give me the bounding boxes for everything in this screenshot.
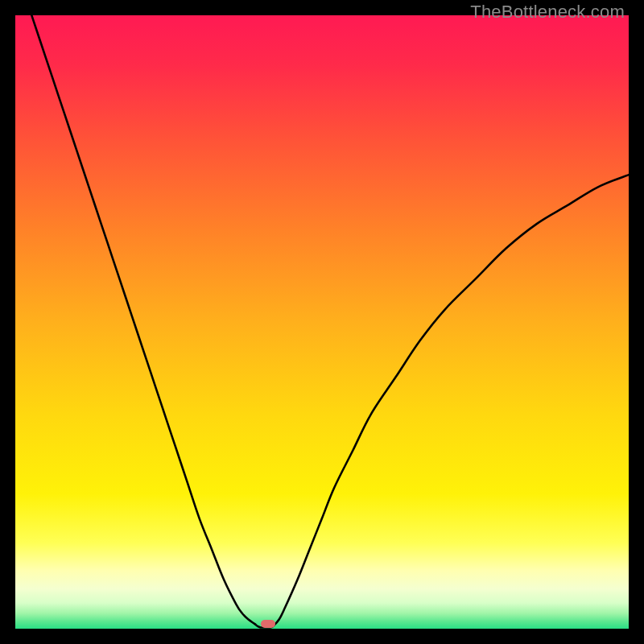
gradient-background [15,15,629,629]
optimal-point-marker [261,620,275,628]
chart-frame [15,15,629,629]
bottleneck-chart [15,15,629,629]
watermark-text: TheBottleneck.com [470,2,625,23]
